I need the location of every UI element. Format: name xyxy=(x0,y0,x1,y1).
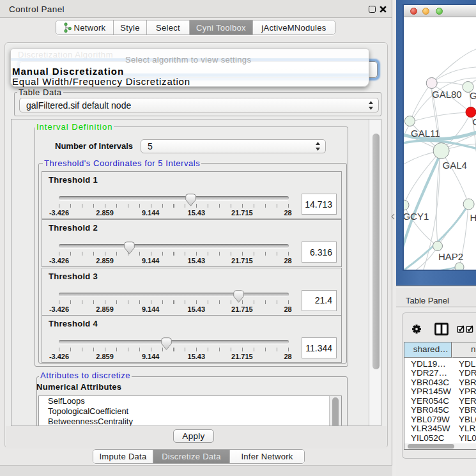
svg-text:HAP2: HAP2 xyxy=(438,251,463,262)
svg-text:GAL4: GAL4 xyxy=(443,160,467,171)
svg-text:C: C xyxy=(473,116,476,127)
svg-text:GA: GA xyxy=(470,90,476,101)
svg-text:GAL80: GAL80 xyxy=(432,89,462,100)
svg-text:GAL11: GAL11 xyxy=(411,128,440,139)
svg-text:H: H xyxy=(470,212,476,223)
svg-text:GCY1: GCY1 xyxy=(404,211,429,222)
